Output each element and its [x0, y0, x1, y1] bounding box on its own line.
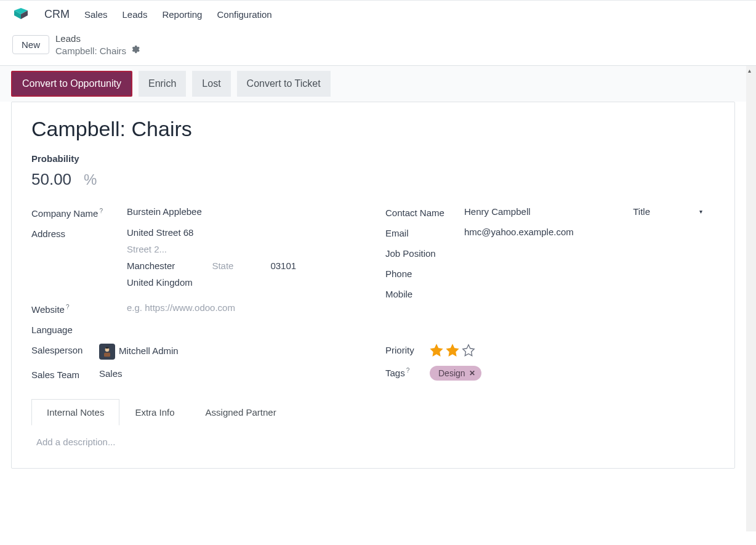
new-button[interactable]: New — [12, 35, 49, 54]
city-input[interactable]: Manchester — [127, 260, 175, 271]
probability-value[interactable]: 50.00 — [31, 170, 71, 189]
convert-to-ticket-button[interactable]: Convert to Ticket — [237, 71, 331, 97]
navbar: CRM Sales Leads Reporting Configuration — [0, 1, 756, 28]
tags-label: Tags? — [385, 366, 430, 378]
tab-internal-notes[interactable]: Internal Notes — [31, 399, 119, 426]
salesperson-label: Salesperson — [31, 344, 99, 355]
title-select[interactable]: Title ▾ — [633, 206, 715, 217]
enrich-button[interactable]: Enrich — [139, 71, 186, 97]
form-sheet: Campbell: Chairs Probability 50.00 % Com… — [11, 102, 735, 469]
email-value[interactable]: hmc@yahoo.example.com — [464, 227, 715, 237]
tag-remove-icon[interactable]: ✕ — [469, 369, 475, 377]
tab-assigned-partner[interactable]: Assigned Partner — [190, 399, 292, 426]
record-title[interactable]: Campbell: Chairs — [31, 117, 715, 141]
star-2[interactable] — [446, 344, 459, 357]
svg-rect-1 — [104, 353, 110, 357]
probability-field: Probability 50.00 % — [31, 153, 715, 189]
salesperson-avatar-icon — [99, 344, 115, 360]
nav-configuration[interactable]: Configuration — [217, 9, 271, 20]
chevron-down-icon: ▾ — [699, 208, 702, 215]
scrollbar[interactable]: ▴ — [746, 66, 756, 531]
breadcrumb-bar: New Leads Campbell: Chairs — [0, 28, 756, 66]
breadcrumb-current: Campbell: Chairs — [55, 45, 126, 57]
company-name-label: Company Name? — [31, 206, 127, 219]
address-label: Address — [31, 227, 127, 239]
priority-label: Priority — [385, 344, 430, 355]
nav-leads[interactable]: Leads — [123, 9, 148, 20]
job-position-label: Job Position — [385, 247, 464, 259]
convert-to-opportunity-button[interactable]: Convert to Opportunity — [11, 71, 132, 97]
contact-name-value[interactable]: Henry Campbell — [464, 206, 531, 217]
gear-icon[interactable] — [131, 45, 140, 56]
salesperson-value[interactable]: Mitchell Admin — [99, 344, 361, 360]
salesteam-value[interactable]: Sales — [99, 368, 361, 379]
left-column: Company Name? Burstein Applebee Address … — [31, 206, 361, 389]
mobile-label: Mobile — [385, 288, 464, 299]
probability-percent: % — [84, 171, 97, 188]
country-input[interactable]: United Kingdom — [127, 277, 361, 288]
probability-label: Probability — [31, 153, 715, 164]
email-label: Email — [385, 227, 464, 238]
contact-name-label: Contact Name — [385, 206, 464, 218]
state-input[interactable]: State — [212, 260, 233, 271]
tab-extra-info[interactable]: Extra Info — [119, 399, 190, 426]
company-name-value[interactable]: Burstein Applebee — [127, 206, 361, 217]
action-bar: Convert to Opportunity Enrich Lost Conve… — [0, 66, 746, 102]
website-label: Website? — [31, 302, 127, 315]
description-input[interactable]: Add a description... — [36, 437, 710, 447]
phone-label: Phone — [385, 267, 464, 279]
street1-input[interactable]: United Street 68 — [127, 227, 361, 238]
zip-input[interactable]: 03101 — [270, 260, 296, 271]
website-input[interactable]: e.g. https://www.odoo.com — [127, 302, 361, 313]
svg-rect-2 — [106, 347, 109, 349]
priority-stars — [430, 344, 715, 357]
tabs: Internal Notes Extra Info Assigned Partn… — [31, 399, 715, 426]
app-logo-icon — [12, 6, 30, 23]
app-name: CRM — [44, 8, 70, 21]
nav-reporting[interactable]: Reporting — [162, 9, 202, 20]
salesteam-label: Sales Team — [31, 368, 99, 380]
street2-input[interactable]: Street 2... — [127, 244, 361, 254]
lost-button[interactable]: Lost — [192, 71, 230, 97]
language-label: Language — [31, 323, 127, 335]
breadcrumb-parent[interactable]: Leads — [55, 33, 140, 45]
scroll-up-icon[interactable]: ▴ — [748, 67, 751, 74]
tag-design[interactable]: Design ✕ — [430, 366, 481, 381]
right-column: Contact Name Henry Campbell Title ▾ Emai… — [385, 206, 715, 389]
nav-sales[interactable]: Sales — [84, 9, 108, 20]
tab-content: Add a description... — [31, 426, 715, 458]
star-1[interactable] — [430, 344, 443, 357]
star-3[interactable] — [462, 344, 475, 357]
